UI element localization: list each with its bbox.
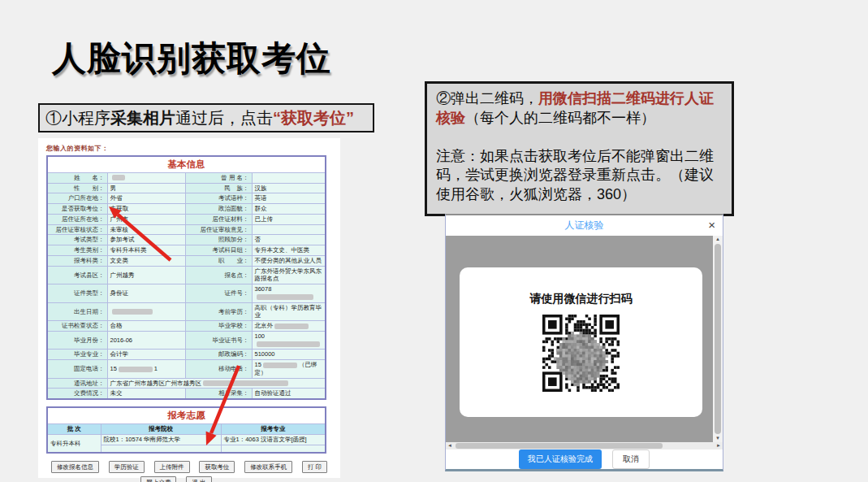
form-intro-label: 您输入的资料如下：	[46, 144, 332, 153]
vertical-scrollbar[interactable]: ▲ ▼	[713, 236, 723, 442]
field-value-text: 汉族	[255, 185, 267, 192]
dialog-footer: 我已人证核验完成 取消	[446, 449, 723, 469]
field-value: 未获取	[107, 204, 185, 215]
dialog-titlebar: 人证核验 ×	[446, 215, 723, 236]
qr-card: 请使用微信进行扫码	[460, 267, 702, 417]
step1-callout: ①小程序采集相片通过后，点击 “获取考位”	[38, 103, 374, 132]
step1-bold-text: 采集相片	[110, 107, 175, 129]
field-value: 外省	[107, 193, 185, 204]
field-value: 北京外	[252, 321, 326, 332]
print-button[interactable]: 打 印	[302, 461, 327, 473]
table-row: 通讯地址：广东省广州市越秀区广州市越秀区	[47, 378, 326, 389]
field-value: 专科升本科类	[107, 245, 185, 256]
online-pay-button[interactable]: 网上交费	[140, 476, 176, 482]
exit-button[interactable]: 退 出	[186, 476, 211, 482]
field-label: 出生日期：	[47, 302, 107, 321]
modify-info-button[interactable]: 修改报名信息	[51, 461, 99, 473]
field-value-text: 文史类	[110, 257, 129, 264]
step2-text: ②弹出二维码，	[436, 90, 538, 106]
table-header-row: 基本信息	[47, 156, 326, 172]
field-value: 广东省广州市越秀区广州市越秀区	[107, 378, 326, 389]
verification-done-button[interactable]: 我已人证核验完成	[519, 449, 602, 469]
table-row: 交费情况：未交相片采集：自动验证通过	[47, 389, 326, 399]
redacted-text	[263, 363, 297, 368]
table-row: 居住证所在地：广州市居住证材料：已上传	[47, 214, 326, 224]
field-label: 政治面貌：	[185, 204, 252, 215]
field-label: 考试类型：	[47, 235, 107, 245]
table-row: 户口所在地：外省考试语种：英语	[47, 193, 326, 204]
field-label: 性 别：	[47, 183, 107, 193]
field-value-text: 已上传	[255, 215, 274, 223]
step1-text-middle: 通过后，点击	[175, 107, 273, 129]
field-label: 证件号：	[185, 284, 252, 303]
horizontal-scroll-thumb[interactable]	[456, 443, 663, 449]
field-value-text: 合格	[110, 322, 123, 329]
field-value-text: 100	[255, 332, 266, 340]
get-exam-seat-button[interactable]: 获取考位	[199, 461, 235, 473]
vertical-scroll-thumb[interactable]	[715, 244, 721, 434]
field-value-text: 参加考试	[110, 236, 135, 243]
modify-phone-button[interactable]: 修改联系手机	[244, 461, 292, 473]
field-value: 15（已绑定）	[252, 360, 326, 379]
field-label: 报名点：	[185, 266, 252, 284]
step2-text-suffix: （每个人的二维码都不一样）	[465, 110, 655, 126]
column-header-row: 批 次报考院校报考专业	[47, 424, 326, 435]
redacted-text	[203, 380, 288, 386]
table-row: 姓 名：曾 用 名：	[47, 172, 326, 183]
field-value-text: 广东省广州市越秀区广州市越秀区	[110, 380, 202, 387]
field-value: 身份证	[107, 284, 185, 303]
column-header: 批 次	[47, 424, 101, 435]
step2-callout: ②弹出二维码，用微信扫描二维码进行人证核验（每个人的二维码都不一样） 注意：如果…	[425, 81, 734, 216]
field-label: 证书检查状态：	[47, 321, 107, 332]
field-value-text: 广州市	[110, 215, 129, 223]
redacted-text	[274, 324, 309, 329]
field-value-text: 男	[110, 185, 117, 192]
field-value-text: 北京外	[255, 322, 274, 329]
application-table: 报考志愿批 次报考院校报考专业专科升本科院校1：10574 华南师范大学专业1：…	[46, 406, 326, 454]
field-value	[252, 224, 326, 235]
table-row: 居住证审核状态：未审核居住证审核意见：	[47, 224, 326, 235]
field-label: 移动电话：	[185, 360, 252, 379]
dialog-body: 请使用微信进行扫码 ▲ ▼	[446, 236, 723, 442]
field-value: 广州市	[107, 214, 185, 224]
scroll-down-icon[interactable]: ▼	[715, 436, 720, 441]
field-value: 参加考试	[107, 235, 185, 245]
qr-code-image	[542, 315, 620, 392]
field-value-text: 15	[255, 361, 261, 368]
field-value-text: 专科升本科类	[110, 246, 147, 254]
redacted-text	[112, 309, 153, 315]
table-row: 毕业月份：2016-06毕业证书号：100	[47, 331, 326, 350]
field-label: 曾 用 名：	[185, 172, 252, 183]
field-value: 未审核	[107, 224, 185, 235]
field-value: 2016-06	[107, 331, 185, 350]
close-icon[interactable]: ×	[708, 217, 715, 233]
field-label: 居住证所在地：	[47, 214, 107, 224]
field-value-text: 未获取	[110, 205, 129, 212]
scroll-left-icon[interactable]: ◄	[447, 443, 452, 449]
field-value	[107, 172, 185, 183]
field-label: 毕业证书号：	[185, 331, 252, 350]
empty-cell	[101, 445, 221, 453]
field-value-text: 2016-06	[110, 337, 133, 344]
column-header: 报考院校	[101, 424, 221, 435]
upload-attachment-button[interactable]: 上传附件	[154, 461, 190, 473]
scroll-right-icon[interactable]: ►	[716, 443, 721, 449]
scroll-up-icon[interactable]: ▲	[715, 237, 720, 242]
cancel-button[interactable]: 取消	[612, 449, 650, 469]
redacted-text	[119, 367, 153, 372]
field-label: 居住证审核状态：	[47, 224, 107, 235]
field-value-text: 15	[110, 365, 117, 372]
field-label: 户口所在地：	[47, 193, 107, 204]
field-label: 考前学历：	[185, 302, 252, 321]
field-value-text: 不便分类的其他从业人员	[255, 257, 322, 264]
horizontal-scrollbar[interactable]: ◄ ►	[446, 442, 723, 449]
step2-line1: ②弹出二维码，用微信扫描二维码进行人证核验（每个人的二维码都不一样）	[436, 89, 723, 128]
field-label: 居住证审核意见：	[185, 224, 252, 235]
field-value: 会计学	[107, 350, 185, 360]
field-value: 自动验证通过	[252, 389, 326, 399]
credential-verify-button[interactable]: 学历验证	[109, 461, 145, 473]
table-row: 出生日期：考前学历：高职（专科）学历教育毕业	[47, 302, 326, 321]
field-label: 民 族：	[185, 183, 252, 193]
field-label: 照顾加分：	[185, 235, 252, 245]
field-value-text: 自动验证通过	[255, 389, 291, 397]
